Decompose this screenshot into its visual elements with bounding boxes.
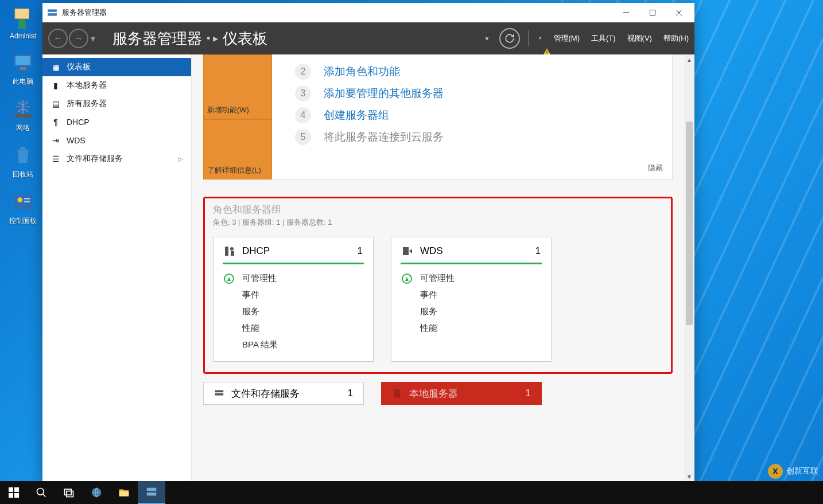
svg-rect-30 <box>9 493 13 498</box>
svg-rect-4 <box>15 56 30 65</box>
breadcrumb-app[interactable]: 服务器管理器 <box>112 29 202 49</box>
vertical-scrollbar[interactable]: ▲ ▼ <box>684 54 694 482</box>
sidebar-item-files[interactable]: ☰ 文件和存储服务 ▷ <box>42 150 191 168</box>
tile-count: 1 <box>526 388 531 399</box>
scroll-down-button[interactable]: ▼ <box>684 471 694 482</box>
chevron-right-icon: ▷ <box>178 156 183 162</box>
svg-rect-23 <box>231 251 234 256</box>
tile-row[interactable]: 性能 <box>402 320 541 337</box>
watermark: X 创新互联 <box>768 464 818 479</box>
maximize-button[interactable] <box>639 3 666 22</box>
tile-row[interactable]: 服务 <box>402 303 541 320</box>
arrow-up-icon: ▲ <box>224 274 234 284</box>
tile-name: WDS <box>420 245 443 257</box>
svg-point-22 <box>230 247 234 251</box>
search-button[interactable] <box>28 481 55 504</box>
svg-rect-16 <box>650 10 655 15</box>
svg-point-32 <box>37 489 44 495</box>
sidebar-item-wds[interactable]: ⇥ WDS <box>42 131 191 150</box>
sidebar-item-label: 所有服务器 <box>67 99 107 109</box>
notifications-button[interactable] <box>533 22 548 54</box>
tile-name: DHCP <box>242 245 270 257</box>
learn-more-tile[interactable]: 了解详细信息(L) <box>203 119 272 179</box>
files-icon: ☰ <box>51 154 61 163</box>
svg-rect-6 <box>18 69 28 71</box>
servers-icon: ▤ <box>51 99 61 108</box>
tile-row[interactable]: 服务 <box>224 303 363 320</box>
svg-point-10 <box>17 197 22 202</box>
close-button[interactable] <box>666 3 692 22</box>
scroll-thumb[interactable] <box>686 122 693 325</box>
desktop-icon-network[interactable]: 网络 <box>11 97 35 133</box>
header-dropdown[interactable]: ▼ <box>479 22 496 54</box>
minimize-button[interactable] <box>613 3 639 22</box>
tile-row[interactable]: 事件 <box>402 287 541 303</box>
quickstart-step-2[interactable]: 2添加角色和功能 <box>295 64 661 80</box>
menu-view[interactable]: 视图(V) <box>622 22 658 54</box>
quickstart-step-4[interactable]: 4创建服务器组 <box>295 107 661 123</box>
tile-row[interactable]: 事件 <box>224 287 363 303</box>
tile-count: 1 <box>358 245 363 257</box>
titlebar: 服务器管理器 <box>42 3 694 22</box>
window-title: 服务器管理器 <box>62 7 107 18</box>
main-content: 新增功能(W) 了解详细信息(L) 2添加角色和功能 3添加要管理的其他服务器 … <box>192 54 694 482</box>
svg-rect-24 <box>403 247 409 255</box>
sidebar-item-dashboard[interactable]: ▦ 仪表板 <box>42 58 191 76</box>
nav-forward-button[interactable]: → <box>69 29 88 48</box>
taskbar-ie[interactable] <box>83 481 110 504</box>
sidebar-item-label: WDS <box>67 136 86 145</box>
nav-back-button[interactable]: ← <box>48 29 68 48</box>
svg-rect-27 <box>394 389 401 397</box>
whats-new-tile[interactable]: 新增功能(W) <box>203 54 272 119</box>
tile-local-server[interactable]: 本地服务器 1 <box>381 382 542 405</box>
header-bar: ← → ▾ 服务器管理器 • ▸ 仪表板 ▼ 管理(M) 工具(T) 视图(V)… <box>42 22 694 54</box>
desktop-icon-control[interactable]: 控制面板 <box>9 190 37 226</box>
svg-rect-21 <box>225 247 228 256</box>
tile-dhcp[interactable]: DHCP 1 ▲可管理性 事件 服务 性能 BPA 结果 <box>213 237 374 362</box>
dhcp-icon: ¶ <box>51 118 61 127</box>
svg-line-33 <box>43 494 46 497</box>
desktop-icon-recycle[interactable]: 回收站 <box>11 143 35 179</box>
hide-link[interactable]: 隐藏 <box>648 163 663 173</box>
status-bar-green <box>223 263 364 264</box>
tile-row[interactable]: 性能 <box>224 320 363 337</box>
sidebar-item-label: 本地服务器 <box>67 80 107 91</box>
server-icon: ▮ <box>51 81 61 90</box>
desktop-icon-pc[interactable]: 此电脑 <box>11 50 35 87</box>
tile-row[interactable]: BPA 结果 <box>224 337 363 353</box>
dashboard-icon: ▦ <box>51 62 61 72</box>
quickstart-step-3[interactable]: 3添加要管理的其他服务器 <box>295 85 661 101</box>
menu-tools[interactable]: 工具(T) <box>585 22 622 54</box>
taskbar-server-manager[interactable] <box>138 481 165 504</box>
breadcrumb: 服务器管理器 • ▸ 仪表板 <box>101 29 267 49</box>
desktop-icon-admin[interactable]: Administ <box>10 6 36 40</box>
desktop-icons: Administ 此电脑 网络 回收站 控制面板 <box>0 0 46 226</box>
breadcrumb-page[interactable]: 仪表板 <box>223 29 267 49</box>
svg-rect-13 <box>48 9 57 12</box>
start-button[interactable] <box>0 481 28 504</box>
sidebar-item-label: 文件和存储服务 <box>67 154 123 164</box>
sidebar-item-local-server[interactable]: ▮ 本地服务器 <box>42 76 191 95</box>
menu-manage[interactable]: 管理(M) <box>548 22 586 54</box>
welcome-panel: 新增功能(W) 了解详细信息(L) 2添加角色和功能 3添加要管理的其他服务器 … <box>203 54 673 179</box>
taskbar-explorer[interactable] <box>110 481 138 504</box>
chevron-right-icon: • ▸ <box>207 32 218 45</box>
tile-name: 本地服务器 <box>409 387 458 400</box>
sidebar-item-dhcp[interactable]: ¶ DHCP <box>42 113 191 131</box>
server-manager-window: 服务器管理器 ← → ▾ 服务器管理器 • ▸ 仪表板 ▼ 管理(M) 工具(T… <box>42 3 694 482</box>
menu-help[interactable]: 帮助(H) <box>658 22 694 54</box>
taskview-button[interactable] <box>55 481 83 504</box>
svg-rect-11 <box>24 198 30 200</box>
quickstart-step-5[interactable]: 5将此服务器连接到云服务 <box>295 129 661 145</box>
tile-wds[interactable]: WDS 1 ▲可管理性 事件 服务 性能 <box>391 237 552 362</box>
svg-rect-8 <box>15 114 31 118</box>
tile-row[interactable]: ▲可管理性 <box>224 270 363 287</box>
sidebar-item-all-servers[interactable]: ▤ 所有服务器 <box>42 95 191 113</box>
tile-name: 文件和存储服务 <box>231 387 300 400</box>
svg-rect-31 <box>14 493 19 498</box>
tile-files-storage[interactable]: 文件和存储服务 1 <box>203 382 364 405</box>
tile-row[interactable]: ▲可管理性 <box>402 270 541 287</box>
scroll-up-button[interactable]: ▲ <box>684 54 694 65</box>
wds-icon: ⇥ <box>51 136 61 145</box>
refresh-button[interactable] <box>499 28 520 49</box>
